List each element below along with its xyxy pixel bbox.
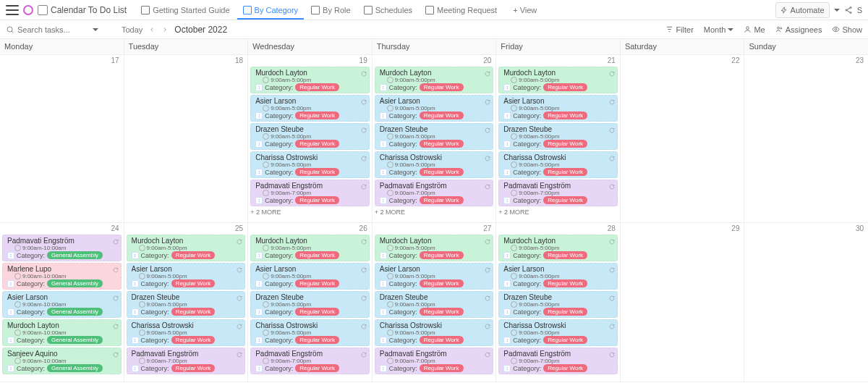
calendar-event[interactable]: Padmavati Engström9:00am-7:00pm↕Category… xyxy=(127,348,246,374)
tab-by-role[interactable]: By Role xyxy=(305,1,357,19)
day-cell[interactable]: 30 xyxy=(744,223,868,382)
calendar-event[interactable]: Murdoch Layton9:00am-10:00am↕Category:Ge… xyxy=(2,319,122,346)
day-cell[interactable]: 17 xyxy=(0,55,124,223)
more-events-button[interactable]: + 2 MORE xyxy=(375,209,494,216)
category-tag[interactable]: Regular Work xyxy=(295,140,339,148)
calendar-event[interactable]: Padmavati Engström9:00am-7:00pm↕Category… xyxy=(250,348,370,374)
today-button[interactable]: Today xyxy=(122,25,142,34)
calendar-event[interactable]: Drazen Steube9:00am-5:00pm↕Category:Regu… xyxy=(498,291,618,318)
day-cell[interactable]: 27Murdoch Layton9:00am-5:00pm↕Category:R… xyxy=(373,223,496,382)
calendar-event[interactable]: Drazen Steube9:00am-5:00pm↕Category:Regu… xyxy=(250,123,370,150)
automate-button[interactable]: Automate xyxy=(775,2,830,18)
category-tag[interactable]: Regular Work xyxy=(420,83,464,91)
calendar-event[interactable]: Padmavati Engström9:00am-7:00pm↕Category… xyxy=(498,348,618,374)
calendar-event[interactable]: Charissa Ostrowski9:00am-5:00pm↕Category… xyxy=(375,151,494,178)
calendar-event[interactable]: Asier Larson9:00am-5:00pm↕Category:Regul… xyxy=(250,95,370,122)
me-filter[interactable]: Me xyxy=(744,25,765,34)
add-view-button[interactable]: + View xyxy=(507,1,542,19)
calendar-event[interactable]: Drazen Steube9:00am-5:00pm↕Category:Regu… xyxy=(498,123,618,150)
day-cell[interactable]: 29 xyxy=(621,223,744,382)
category-tag[interactable]: Regular Work xyxy=(543,336,587,344)
category-tag[interactable]: Regular Work xyxy=(420,168,464,176)
calendar-event[interactable]: Drazen Steube9:00am-5:00pm↕Category:Regu… xyxy=(250,291,370,318)
day-cell[interactable]: 25Murdoch Layton9:00am-5:00pm↕Category:R… xyxy=(124,223,248,382)
category-tag[interactable]: Regular Work xyxy=(543,196,587,204)
category-tag[interactable]: Regular Work xyxy=(295,251,339,259)
category-tag[interactable]: Regular Work xyxy=(171,364,216,372)
calendar-event[interactable]: Drazen Steube9:00am-5:00pm↕Category:Regu… xyxy=(375,291,494,318)
category-tag[interactable]: Regular Work xyxy=(420,308,464,316)
calendar-event[interactable]: Padmavati Engström9:00am-7:00pm↕Category… xyxy=(375,180,494,206)
next-month-icon[interactable] xyxy=(161,26,169,33)
calendar-event[interactable]: Asier Larson9:00am-5:00pm↕Category:Regul… xyxy=(250,263,370,290)
calendar-event[interactable]: Asier Larson9:00am-5:00pm↕Category:Regul… xyxy=(375,263,494,290)
category-tag[interactable]: Regular Work xyxy=(295,168,339,176)
day-cell[interactable]: 22 xyxy=(621,55,744,223)
menu-icon[interactable] xyxy=(6,5,19,15)
calendar-event[interactable]: Murdoch Layton9:00am-5:00pm↕Category:Reg… xyxy=(375,67,494,93)
calendar-event[interactable]: Asier Larson9:00am-5:00pm↕Category:Regul… xyxy=(127,263,246,290)
calendar-event[interactable]: Asier Larson9:00am-5:00pm↕Category:Regul… xyxy=(498,95,618,122)
calendar-event[interactable]: Charissa Ostrowski9:00am-5:00pm↕Category… xyxy=(375,319,494,346)
category-tag[interactable]: Regular Work xyxy=(543,111,587,119)
category-tag[interactable]: Regular Work xyxy=(543,168,587,176)
category-tag[interactable]: Regular Work xyxy=(543,308,587,316)
calendar-event[interactable]: Murdoch Layton9:00am-5:00pm↕Category:Reg… xyxy=(250,67,370,93)
category-tag[interactable]: Regular Work xyxy=(295,336,339,344)
calendar-event[interactable]: Sanjeev Aquino9:00am-10:00am↕Category:Ge… xyxy=(2,348,122,374)
category-tag[interactable]: Regular Work xyxy=(171,336,216,344)
category-tag[interactable]: Regular Work xyxy=(295,364,339,372)
more-events-button[interactable]: + 2 MORE xyxy=(498,209,618,216)
tab-meeting-request[interactable]: Meeting Request xyxy=(420,1,503,19)
calendar-event[interactable]: Drazen Steube9:00am-5:00pm↕Category:Regu… xyxy=(127,291,246,318)
category-tag[interactable]: Regular Work xyxy=(295,279,339,287)
month-selector[interactable]: Month xyxy=(704,25,734,34)
calendar-event[interactable]: Charissa Ostrowski9:00am-5:00pm↕Category… xyxy=(250,319,370,346)
calendar-event[interactable]: Marlene Lupo9:00am-10:00am↕Category:Gene… xyxy=(2,263,122,290)
search-box[interactable] xyxy=(6,25,114,34)
tab-getting-started-guide[interactable]: Getting Started Guide xyxy=(135,1,235,19)
share-icon[interactable] xyxy=(844,6,853,14)
category-tag[interactable]: Regular Work xyxy=(420,196,464,204)
category-tag[interactable]: Regular Work xyxy=(295,83,339,91)
category-tag[interactable]: Regular Work xyxy=(171,251,216,259)
more-events-button[interactable]: + 2 MORE xyxy=(250,209,370,216)
category-tag[interactable]: Regular Work xyxy=(543,364,587,372)
category-tag[interactable]: Regular Work xyxy=(543,251,587,259)
day-cell[interactable]: 21Murdoch Layton9:00am-5:00pm↕Category:R… xyxy=(496,55,620,223)
category-tag[interactable]: General Assembly xyxy=(47,279,103,287)
automate-dropdown-icon[interactable] xyxy=(834,9,840,12)
calendar-event[interactable]: Murdoch Layton9:00am-5:00pm↕Category:Reg… xyxy=(498,235,618,261)
calendar-event[interactable]: Murdoch Layton9:00am-5:00pm↕Category:Reg… xyxy=(498,67,618,93)
tab-schedules[interactable]: Schedules xyxy=(358,1,418,19)
day-cell[interactable]: 28Murdoch Layton9:00am-5:00pm↕Category:R… xyxy=(496,223,620,382)
day-cell[interactable]: 24Padmavati Engström9:00am-10:00am↕Categ… xyxy=(0,223,124,382)
calendar-event[interactable]: Charissa Ostrowski9:00am-5:00pm↕Category… xyxy=(498,319,618,346)
calendar-event[interactable]: Asier Larson9:00am-5:00pm↕Category:Regul… xyxy=(375,95,494,122)
day-cell[interactable]: 23 xyxy=(744,55,868,223)
category-tag[interactable]: General Assembly xyxy=(47,308,103,316)
calendar-event[interactable]: Padmavati Engström9:00am-7:00pm↕Category… xyxy=(375,348,494,374)
category-tag[interactable]: Regular Work xyxy=(420,140,464,148)
calendar-event[interactable]: Charissa Ostrowski9:00am-5:00pm↕Category… xyxy=(127,319,246,346)
category-tag[interactable]: Regular Work xyxy=(543,140,587,148)
tab-by-category[interactable]: By Category xyxy=(237,1,305,19)
page-title[interactable]: Calendar To Do List xyxy=(38,5,127,15)
category-tag[interactable]: Regular Work xyxy=(295,308,339,316)
category-tag[interactable]: Regular Work xyxy=(295,111,339,119)
category-tag[interactable]: Regular Work xyxy=(420,336,464,344)
day-cell[interactable]: 20Murdoch Layton9:00am-5:00pm↕Category:R… xyxy=(373,55,496,223)
calendar-event[interactable]: Asier Larson9:00am-10:00am↕Category:Gene… xyxy=(2,291,122,318)
calendar-event[interactable]: Padmavati Engström9:00am-10:00am↕Categor… xyxy=(2,235,122,261)
prev-month-icon[interactable] xyxy=(148,26,156,33)
category-tag[interactable]: General Assembly xyxy=(47,364,103,372)
category-tag[interactable]: Regular Work xyxy=(420,251,464,259)
workspace-icon[interactable] xyxy=(23,5,33,15)
assignees-filter[interactable]: Assignees xyxy=(775,25,822,34)
category-tag[interactable]: Regular Work xyxy=(171,308,216,316)
calendar-event[interactable]: Drazen Steube9:00am-5:00pm↕Category:Regu… xyxy=(375,123,494,150)
search-dropdown-icon[interactable] xyxy=(93,28,98,31)
filter-button[interactable]: Filter xyxy=(665,25,693,34)
category-tag[interactable]: General Assembly xyxy=(47,336,103,344)
category-tag[interactable]: Regular Work xyxy=(420,111,464,119)
